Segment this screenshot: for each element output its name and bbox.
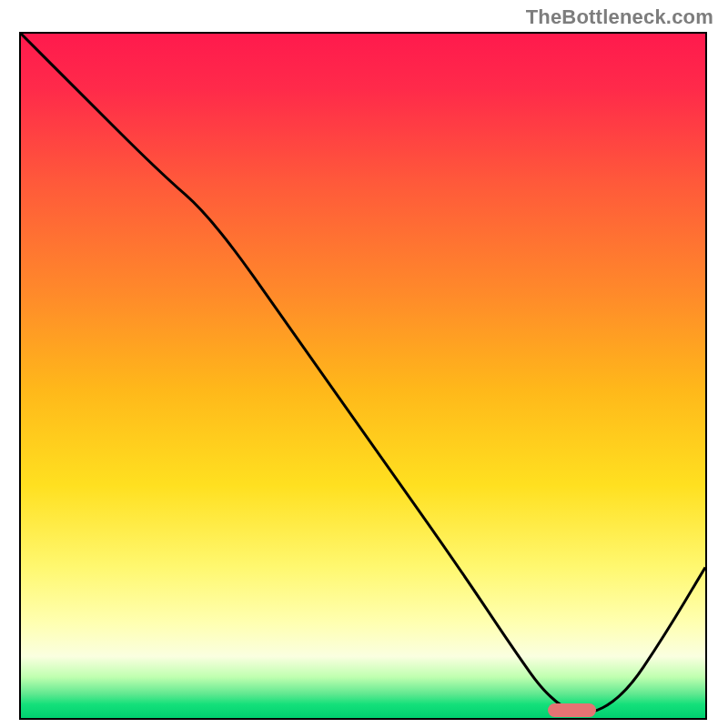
- bottleneck-curve: [21, 34, 705, 718]
- attribution-label: TheBottleneck.com: [526, 5, 713, 29]
- optimal-zone-marker: [548, 703, 596, 717]
- chart-frame: [19, 32, 707, 720]
- chart-root: TheBottleneck.com: [0, 0, 728, 728]
